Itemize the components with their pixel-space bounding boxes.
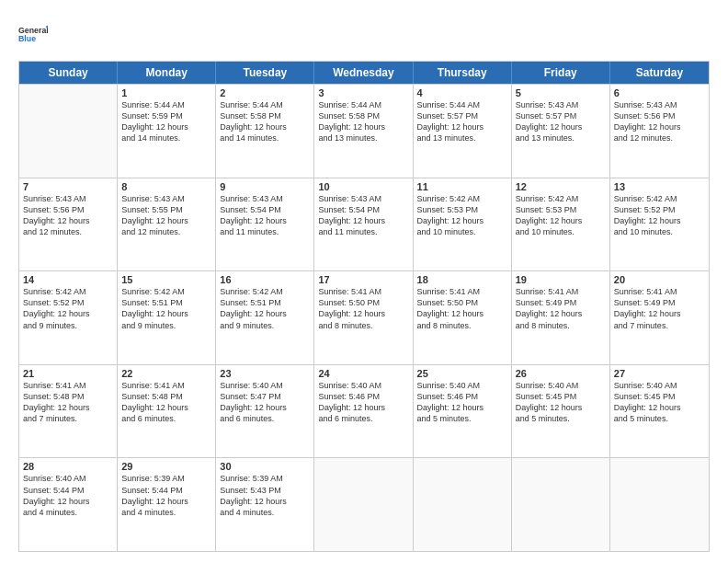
day-number: 3 (318, 87, 408, 98)
day-number: 8 (121, 181, 211, 192)
day-cell-30: 30Sunrise: 5:39 AM Sunset: 5:43 PM Dayli… (216, 458, 314, 551)
day-number: 25 (417, 368, 507, 379)
header: General Blue (18, 17, 710, 52)
day-cell-12: 12Sunrise: 5:42 AM Sunset: 5:53 PM Dayli… (512, 178, 610, 271)
day-info: Sunrise: 5:43 AM Sunset: 5:56 PM Dayligh… (614, 99, 705, 144)
day-number: 26 (516, 368, 606, 379)
day-cell-27: 27Sunrise: 5:40 AM Sunset: 5:45 PM Dayli… (610, 365, 709, 458)
day-cell-14: 14Sunrise: 5:42 AM Sunset: 5:52 PM Dayli… (19, 271, 118, 364)
day-cell-8: 8Sunrise: 5:43 AM Sunset: 5:55 PM Daylig… (118, 178, 216, 271)
empty-cell-4-3 (314, 458, 413, 551)
day-cell-9: 9Sunrise: 5:43 AM Sunset: 5:54 PM Daylig… (216, 178, 314, 271)
day-info: Sunrise: 5:42 AM Sunset: 5:53 PM Dayligh… (516, 193, 606, 238)
day-info: Sunrise: 5:40 AM Sunset: 5:46 PM Dayligh… (318, 380, 408, 425)
calendar-row-0: 1Sunrise: 5:44 AM Sunset: 5:59 PM Daylig… (19, 84, 709, 178)
day-info: Sunrise: 5:39 AM Sunset: 5:43 PM Dayligh… (220, 473, 310, 518)
day-cell-26: 26Sunrise: 5:40 AM Sunset: 5:45 PM Dayli… (512, 365, 610, 458)
day-number: 21 (23, 368, 113, 379)
day-info: Sunrise: 5:42 AM Sunset: 5:52 PM Dayligh… (23, 286, 113, 331)
day-info: Sunrise: 5:43 AM Sunset: 5:54 PM Dayligh… (220, 193, 310, 238)
day-cell-22: 22Sunrise: 5:41 AM Sunset: 5:48 PM Dayli… (118, 365, 216, 458)
header-day-tuesday: Tuesday (216, 62, 314, 84)
day-cell-28: 28Sunrise: 5:40 AM Sunset: 5:44 PM Dayli… (19, 458, 118, 551)
day-info: Sunrise: 5:41 AM Sunset: 5:49 PM Dayligh… (614, 286, 705, 331)
day-info: Sunrise: 5:43 AM Sunset: 5:57 PM Dayligh… (516, 99, 606, 144)
day-cell-19: 19Sunrise: 5:41 AM Sunset: 5:49 PM Dayli… (512, 271, 610, 364)
header-day-saturday: Saturday (610, 62, 709, 84)
day-info: Sunrise: 5:40 AM Sunset: 5:45 PM Dayligh… (614, 380, 705, 425)
header-day-thursday: Thursday (414, 62, 512, 84)
day-number: 13 (614, 181, 705, 192)
day-info: Sunrise: 5:41 AM Sunset: 5:50 PM Dayligh… (318, 286, 408, 331)
day-number: 28 (23, 461, 113, 472)
day-info: Sunrise: 5:44 AM Sunset: 5:59 PM Dayligh… (121, 99, 211, 144)
day-info: Sunrise: 5:41 AM Sunset: 5:49 PM Dayligh… (516, 286, 606, 331)
day-info: Sunrise: 5:43 AM Sunset: 5:56 PM Dayligh… (23, 193, 113, 238)
day-number: 18 (417, 274, 507, 285)
header-day-monday: Monday (118, 62, 216, 84)
day-number: 11 (417, 181, 507, 192)
calendar-body: 1Sunrise: 5:44 AM Sunset: 5:59 PM Daylig… (19, 84, 709, 551)
header-day-sunday: Sunday (19, 62, 118, 84)
day-number: 10 (318, 181, 408, 192)
day-info: Sunrise: 5:41 AM Sunset: 5:48 PM Dayligh… (121, 380, 211, 425)
day-cell-6: 6Sunrise: 5:43 AM Sunset: 5:56 PM Daylig… (610, 85, 709, 178)
day-number: 15 (121, 274, 211, 285)
day-cell-5: 5Sunrise: 5:43 AM Sunset: 5:57 PM Daylig… (512, 85, 610, 178)
day-info: Sunrise: 5:40 AM Sunset: 5:45 PM Dayligh… (516, 380, 606, 425)
empty-cell-4-5 (512, 458, 610, 551)
day-number: 17 (318, 274, 408, 285)
day-cell-21: 21Sunrise: 5:41 AM Sunset: 5:48 PM Dayli… (19, 365, 118, 458)
day-number: 5 (516, 87, 606, 98)
day-cell-23: 23Sunrise: 5:40 AM Sunset: 5:47 PM Dayli… (216, 365, 314, 458)
day-info: Sunrise: 5:43 AM Sunset: 5:55 PM Dayligh… (121, 193, 211, 238)
calendar-row-2: 14Sunrise: 5:42 AM Sunset: 5:52 PM Dayli… (19, 270, 709, 364)
day-cell-25: 25Sunrise: 5:40 AM Sunset: 5:46 PM Dayli… (414, 365, 512, 458)
day-number: 19 (516, 274, 606, 285)
calendar-row-3: 21Sunrise: 5:41 AM Sunset: 5:48 PM Dayli… (19, 364, 709, 458)
day-cell-13: 13Sunrise: 5:42 AM Sunset: 5:52 PM Dayli… (610, 178, 709, 271)
page: General Blue SundayMondayTuesdayWednesda… (0, 0, 728, 563)
day-number: 29 (121, 461, 211, 472)
day-info: Sunrise: 5:39 AM Sunset: 5:44 PM Dayligh… (121, 473, 211, 518)
day-cell-11: 11Sunrise: 5:42 AM Sunset: 5:53 PM Dayli… (414, 178, 512, 271)
day-info: Sunrise: 5:42 AM Sunset: 5:51 PM Dayligh… (121, 286, 211, 331)
calendar-row-4: 28Sunrise: 5:40 AM Sunset: 5:44 PM Dayli… (19, 457, 709, 551)
day-info: Sunrise: 5:41 AM Sunset: 5:48 PM Dayligh… (23, 380, 113, 425)
day-cell-17: 17Sunrise: 5:41 AM Sunset: 5:50 PM Dayli… (314, 271, 413, 364)
day-info: Sunrise: 5:40 AM Sunset: 5:44 PM Dayligh… (23, 473, 113, 518)
day-cell-18: 18Sunrise: 5:41 AM Sunset: 5:50 PM Dayli… (414, 271, 512, 364)
day-info: Sunrise: 5:43 AM Sunset: 5:54 PM Dayligh… (318, 193, 408, 238)
calendar: SundayMondayTuesdayWednesdayThursdayFrid… (18, 61, 710, 552)
day-info: Sunrise: 5:40 AM Sunset: 5:47 PM Dayligh… (220, 380, 310, 425)
day-number: 6 (614, 87, 705, 98)
day-cell-16: 16Sunrise: 5:42 AM Sunset: 5:51 PM Dayli… (216, 271, 314, 364)
header-day-wednesday: Wednesday (314, 62, 413, 84)
day-number: 20 (614, 274, 705, 285)
calendar-row-1: 7Sunrise: 5:43 AM Sunset: 5:56 PM Daylig… (19, 178, 709, 271)
day-number: 30 (220, 461, 310, 472)
day-info: Sunrise: 5:42 AM Sunset: 5:53 PM Dayligh… (417, 193, 507, 238)
day-info: Sunrise: 5:42 AM Sunset: 5:52 PM Dayligh… (614, 193, 705, 238)
day-number: 7 (23, 181, 113, 192)
logo-svg: General Blue (18, 17, 48, 52)
day-cell-7: 7Sunrise: 5:43 AM Sunset: 5:56 PM Daylig… (19, 178, 118, 271)
day-cell-2: 2Sunrise: 5:44 AM Sunset: 5:58 PM Daylig… (216, 85, 314, 178)
day-cell-4: 4Sunrise: 5:44 AM Sunset: 5:57 PM Daylig… (414, 85, 512, 178)
header-day-friday: Friday (512, 62, 610, 84)
day-cell-15: 15Sunrise: 5:42 AM Sunset: 5:51 PM Dayli… (118, 271, 216, 364)
day-cell-29: 29Sunrise: 5:39 AM Sunset: 5:44 PM Dayli… (118, 458, 216, 551)
day-info: Sunrise: 5:41 AM Sunset: 5:50 PM Dayligh… (417, 286, 507, 331)
day-number: 4 (417, 87, 507, 98)
day-info: Sunrise: 5:40 AM Sunset: 5:46 PM Dayligh… (417, 380, 507, 425)
day-number: 16 (220, 274, 310, 285)
day-cell-10: 10Sunrise: 5:43 AM Sunset: 5:54 PM Dayli… (314, 178, 413, 271)
day-number: 1 (121, 87, 211, 98)
day-cell-3: 3Sunrise: 5:44 AM Sunset: 5:58 PM Daylig… (314, 85, 413, 178)
day-number: 2 (220, 87, 310, 98)
day-info: Sunrise: 5:44 AM Sunset: 5:58 PM Dayligh… (220, 99, 310, 144)
day-number: 12 (516, 181, 606, 192)
day-number: 27 (614, 368, 705, 379)
empty-cell-4-4 (414, 458, 512, 551)
day-number: 9 (220, 181, 310, 192)
